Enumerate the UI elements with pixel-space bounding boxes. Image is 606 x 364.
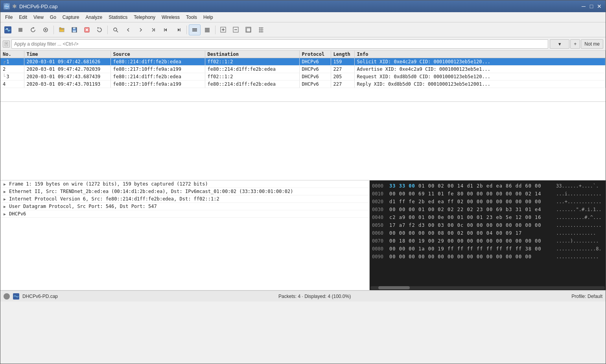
hex-row: 0040 c2 a9 00 01 00 0e 00 01 00 01 23 eb… [372,213,603,221]
cell-destination: fe80::214:d1ff:fe2b:edea [205,81,299,88]
hex-offset: 0060 [372,230,386,237]
close-file-button[interactable] [81,24,93,35]
cell-protocol: DHCPv6 [299,58,331,66]
table-row[interactable]: 42020-03-01 09:47:43.701193fe80::217:10f… [0,81,606,88]
hex-scrollbar[interactable] [370,285,606,290]
detail-expand-icon: ▶ [4,212,7,216]
detail-expand-icon: ▶ [4,189,7,194]
hex-ascii: ..........#.^... [556,214,603,221]
find-button[interactable] [110,24,122,35]
filter-notme-button[interactable]: Not me [581,39,603,49]
auto-scroll-button[interactable] [201,24,213,35]
table-header-row: No. Time Source Destination Protocol Len… [0,51,606,58]
prev-button[interactable] [122,24,134,35]
hex-bytes: 00 00 00 00 00 08 00 02 00 00 04 00 09 1… [389,230,553,237]
maximize-button[interactable]: □ [588,3,595,9]
status-profile: Profile: Default [571,294,602,299]
minimize-button[interactable]: ─ [580,3,587,9]
restart-button[interactable] [27,24,39,35]
hex-row: 0050 17 a7 f2 d3 00 03 00 0c 00 00 00 00… [372,221,603,229]
reload-button[interactable] [94,24,105,35]
detail-expand-icon: ▶ [4,182,7,186]
col-source: Source [111,51,205,58]
svg-rect-1 [18,28,22,32]
col-length: Length [331,51,354,58]
menu-view[interactable]: View [30,14,47,21]
zoom-out-button[interactable] [230,24,242,35]
detail-row[interactable]: ▶DHCPv6 [0,210,369,218]
colorize-button[interactable] [189,24,201,35]
hex-row: 0060 00 00 00 00 00 08 00 02 00 00 04 00… [372,229,603,237]
hex-offset: 0090 [372,253,386,260]
filter-input[interactable] [11,39,548,49]
packet-list: No. Time Source Destination Protocol Len… [0,51,606,102]
hex-row: 0020 d1 ff fe 2b ed ea ff 02 00 00 00 00… [372,198,603,206]
detail-row[interactable]: ▶Frame 1: 159 bytes on wire (1272 bits),… [0,180,369,188]
normal-size-button[interactable] [243,24,254,35]
menu-capture[interactable]: Capture [59,14,83,21]
save-button[interactable] [68,24,80,35]
detail-row[interactable]: ▶User Datagram Protocol, Src Port: 546, … [0,203,369,210]
status-filename: DHCPv6-PD.cap [22,294,58,299]
app-icon [4,3,10,9]
cell-length: 159 [331,58,354,66]
col-info: Info [354,51,606,58]
table-row[interactable]: ┌12020-03-01 09:47:42.681626fe80::214:d1… [0,58,606,66]
cell-destination: ff02::1:2 [205,73,299,81]
last-displayed-button[interactable] [173,24,184,35]
hex-bytes: 00 00 00 1a 00 19 ff ff ff ff ff ff ff f… [389,245,553,252]
cell-length: 227 [331,66,354,73]
menu-edit[interactable]: Edit [16,14,30,21]
hex-bytes: 00 00 00 69 11 01 fe 80 00 00 00 00 00 0… [389,190,553,197]
menu-file[interactable]: File [2,14,16,21]
separator-2 [107,26,108,34]
menu-telephony[interactable]: Telephony [131,14,158,21]
open-button[interactable] [56,24,68,35]
hex-offset: 0070 [372,237,386,245]
hex-row: 0090 00 00 00 00 00 00 00 00 00 00 00 00… [372,253,603,261]
status-packets: Packets: 4 · Displayed: 4 (100.0%) [278,294,351,299]
cell-source: fe80::217:10ff:fe9a:a199 [111,81,205,88]
col-time: Time [24,51,111,58]
zoom-in-button[interactable] [217,24,229,35]
last-button[interactable] [147,24,159,35]
detail-row[interactable]: ▶Internet Protocol Version 6, Src: fe80:… [0,195,369,203]
wireshark-mini-icon [13,293,19,300]
hex-row: 0000 33 33 00 01 00 02 00 14 d1 2b ed ea… [372,182,603,190]
next-button[interactable] [135,24,147,35]
menu-tools[interactable]: Tools [183,14,200,21]
svg-rect-8 [74,28,74,29]
menu-analyze[interactable]: Analyze [83,14,106,21]
separator-1 [53,26,54,34]
resize-columns-button[interactable] [255,24,267,35]
cell-destination: fe80::214:d1ff:fe2b:edea [205,66,299,73]
table-row[interactable]: 22020-03-01 09:47:42.702039fe80::217:10f… [0,66,606,73]
menu-go[interactable]: Go [47,14,59,21]
hex-bytes: 00 00 00 01 00 02 02 22 02 23 00 69 b3 3… [389,206,553,213]
detail-text: Internet Protocol Version 6, Src: fe80::… [9,196,219,202]
cell-info: Reply XID: 0xd8b5d0 CID: 0001000123eb5e1… [354,81,606,88]
close-button[interactable]: ✕ [596,3,602,9]
menu-help[interactable]: Help [200,14,216,21]
filter-dropdown-button[interactable]: ▼ [550,39,569,49]
logo-button[interactable] [2,24,14,35]
cell-length: 227 [331,81,354,88]
scrollbar-thumb [378,286,410,289]
title-bar: ✱ DHCPv6-PD.cap ─ □ ✕ [0,0,606,12]
scrollbar-track [370,286,605,289]
asterisk-icon: ✱ [12,3,17,9]
menu-wireless[interactable]: Wireless [158,14,183,21]
options-button[interactable] [40,24,52,35]
stop-button[interactable] [15,24,26,35]
first-displayed-button[interactable] [160,24,172,35]
svg-rect-7 [73,30,76,32]
status-left: DHCPv6-PD.cap [4,293,58,300]
table-row[interactable]: └32020-03-01 09:47:43.687439fe80::214:d1… [0,73,606,81]
hex-bytes: 17 a7 f2 d3 00 03 00 0c 00 00 00 00 00 0… [389,222,553,229]
menu-statistics[interactable]: Statistics [105,14,131,21]
detail-row[interactable]: ▶Ethernet II, Src: TRENDnet_2b:ed:ea (00… [0,188,369,195]
window-title: DHCPv6-PD.cap [19,4,58,9]
filter-add-button[interactable]: + [570,39,580,49]
toolbar [0,22,606,37]
cell-source: fe80::217:10ff:fe9a:a199 [111,66,205,73]
